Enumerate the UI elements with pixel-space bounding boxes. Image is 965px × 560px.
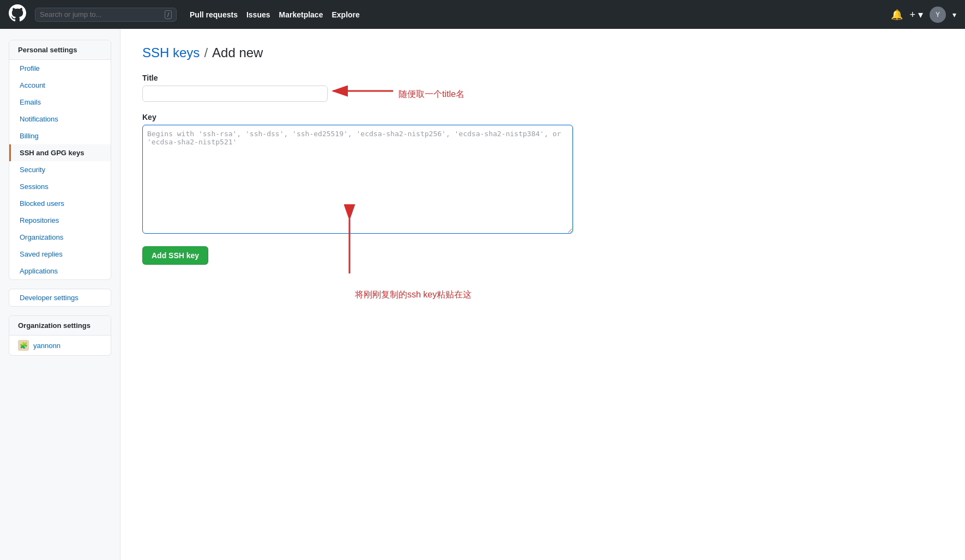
add-ssh-key-button[interactable]: Add SSH key	[142, 246, 208, 265]
sidebar-item-applications[interactable]: Applications	[9, 263, 111, 279]
sidebar-item-emails[interactable]: Emails	[9, 94, 111, 111]
personal-settings-header: Personal settings	[9, 40, 111, 60]
sidebar-item-blocked-users[interactable]: Blocked users	[9, 195, 111, 212]
title-input[interactable]	[142, 86, 328, 102]
sidebar-item-sessions[interactable]: Sessions	[9, 178, 111, 195]
search-bar[interactable]: /	[35, 8, 177, 22]
sidebar-item-repositories[interactable]: Repositories	[9, 212, 111, 229]
github-logo[interactable]	[9, 4, 26, 25]
form-with-annotations: Title 随便取一个title名	[142, 74, 943, 265]
sidebar-item-billing[interactable]: Billing	[9, 127, 111, 144]
sidebar-item-notifications[interactable]: Notifications	[9, 111, 111, 127]
title-annotation-text: 随便取一个title名	[399, 89, 465, 100]
breadcrumb: SSH keys / Add new	[142, 45, 943, 60]
org-settings-header: Organization settings	[9, 316, 111, 336]
nav-pull-requests[interactable]: Pull requests	[190, 10, 238, 19]
sidebar-item-account[interactable]: Account	[9, 77, 111, 94]
sidebar-org-item-yannonn[interactable]: 🧩 yannonn	[9, 336, 111, 355]
breadcrumb-separator: /	[204, 45, 208, 60]
main-content: SSH keys / Add new Title	[120, 29, 965, 560]
search-input[interactable]	[40, 10, 161, 19]
org-settings-section: Organization settings 🧩 yannonn	[9, 315, 111, 356]
sidebar-item-ssh-gpg[interactable]: SSH and GPG keys	[9, 144, 111, 161]
sidebar-item-saved-replies[interactable]: Saved replies	[9, 246, 111, 263]
title-arrow-svg	[328, 80, 399, 113]
key-textarea[interactable]	[142, 125, 573, 234]
submit-section: Add SSH key	[142, 246, 943, 265]
sidebar: Personal settings Profile Account Emails…	[0, 29, 120, 560]
avatar[interactable]: Y	[930, 7, 946, 23]
new-button[interactable]: + ▾	[909, 9, 923, 21]
key-form-group: Key 将刚刚复制的ssh key粘贴在这	[142, 113, 943, 235]
nav-explore[interactable]: Explore	[331, 10, 359, 19]
navbar: / Pull requests Issues Marketplace Explo…	[0, 0, 965, 29]
personal-settings-section: Personal settings Profile Account Emails…	[9, 40, 111, 280]
sidebar-item-organizations[interactable]: Organizations	[9, 229, 111, 246]
sidebar-item-security[interactable]: Security	[9, 161, 111, 178]
nav-marketplace[interactable]: Marketplace	[279, 10, 323, 19]
key-annotation-text: 将刚刚复制的ssh key粘贴在这	[355, 289, 472, 301]
org-label: yannonn	[33, 342, 61, 350]
main-nav: Pull requests Issues Marketplace Explore	[190, 10, 360, 19]
notifications-button[interactable]: 🔔	[891, 9, 903, 21]
title-form-group: Title 随便取一个title名	[142, 74, 943, 102]
developer-settings-section: Developer settings	[9, 289, 111, 307]
key-label: Key	[142, 113, 943, 121]
org-icon: 🧩	[18, 340, 29, 351]
breadcrumb-add-new: Add new	[212, 45, 263, 60]
slash-badge: /	[165, 10, 172, 19]
sidebar-item-developer-settings[interactable]: Developer settings	[9, 289, 111, 306]
title-label: Title	[142, 74, 943, 82]
page-wrapper: Personal settings Profile Account Emails…	[0, 29, 965, 560]
avatar-dropdown-icon: ▾	[952, 10, 956, 19]
sidebar-item-profile[interactable]: Profile	[9, 60, 111, 77]
navbar-right: 🔔 + ▾ Y ▾	[891, 7, 956, 23]
breadcrumb-ssh-keys-link[interactable]: SSH keys	[142, 45, 200, 60]
nav-issues[interactable]: Issues	[246, 10, 270, 19]
